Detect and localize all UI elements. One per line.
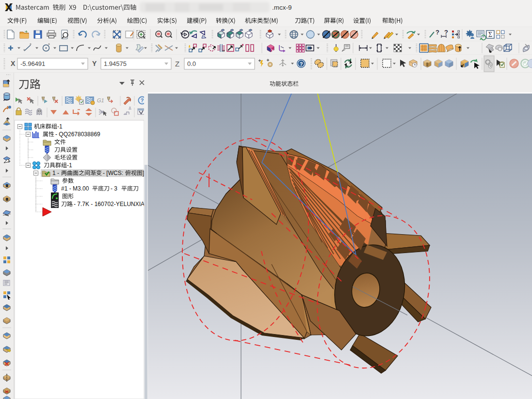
- svg-text:?: ?: [444, 29, 448, 36]
- svg-text:?: ?: [300, 61, 303, 67]
- svg-text:-1: -1: [67, 162, 72, 169]
- svg-text:?: ?: [435, 29, 439, 36]
- svg-text:?: ?: [141, 97, 144, 103]
- svg-text:Z: Z: [175, 60, 179, 68]
- svg-text:Σ: Σ: [488, 31, 492, 38]
- svg-text:0.0: 0.0: [187, 60, 196, 67]
- svg-text:G1: G1: [97, 97, 104, 103]
- svg-text:#1 - M3.00: #1 - M3.00: [61, 185, 89, 192]
- svg-text:- 7.7K - 160702-YELUNXIAO.I: - 7.7K - 160702-YELUNXIAO.I: [74, 201, 152, 207]
- svg-text:Y: Y: [92, 60, 97, 67]
- svg-text:-5.96491: -5.96491: [20, 60, 45, 67]
- svg-text:- QQ2678038869: - QQ2678038869: [55, 131, 100, 138]
- svg-text:- 3: - 3: [111, 185, 117, 192]
- svg-text:-1: -1: [57, 123, 63, 130]
- svg-text:1.94575: 1.94575: [104, 60, 127, 67]
- svg-text:1: 1: [8, 160, 10, 163]
- svg-text:1 -: 1 -: [52, 170, 59, 176]
- svg-text:.mcx-9: .mcx-9: [272, 4, 292, 11]
- svg-text:X: X: [11, 60, 16, 67]
- svg-text:]: ]: [143, 170, 144, 176]
- svg-text:- [WCS:: - [WCS:: [103, 170, 123, 176]
